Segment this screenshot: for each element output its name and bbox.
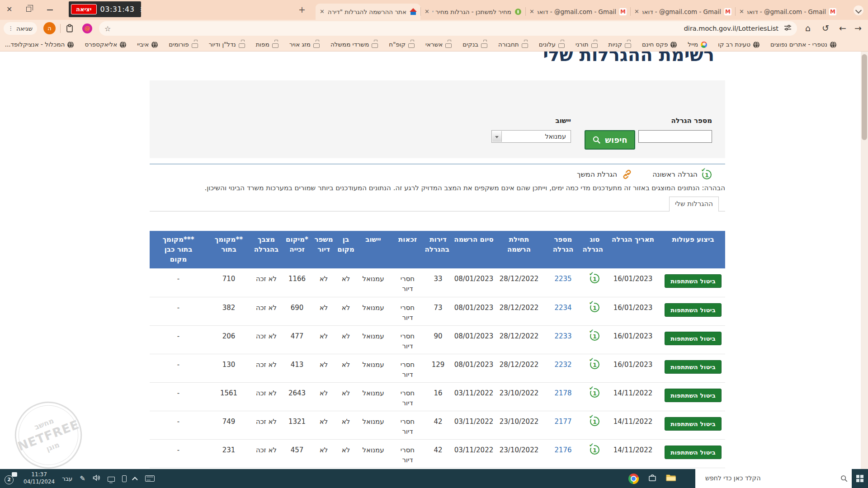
bookmark-item[interactable]: מייל xyxy=(688,41,707,48)
lottery-number-link[interactable]: 2176 xyxy=(554,446,571,454)
bookmark-item[interactable]: תחבורה xyxy=(498,41,528,48)
tab-close-icon[interactable]: ✕ xyxy=(424,9,429,14)
column-header: תחילת הרשמה xyxy=(496,231,542,268)
notification-center-icon[interactable]: 2 xyxy=(5,473,16,484)
bookmark-item[interactable]: פורומים xyxy=(169,41,198,48)
first-lottery-icon: 1 xyxy=(590,360,599,369)
browser-tab[interactable]: אתר ההרשמה להגרלות "דירה ב ✕ xyxy=(316,4,420,20)
browser-tab[interactable]: ‎@gmail.com - Gmail - דואר נכנס ✕ xyxy=(630,4,735,20)
city-select[interactable]: עמנואל xyxy=(491,130,571,143)
tab-my-lotteries[interactable]: ההגרלות שלי xyxy=(669,197,719,211)
bookmark-item[interactable]: משרדי ממשלה xyxy=(330,41,378,48)
windows-search-box[interactable]: הקלד כאן כדי לחפש xyxy=(695,469,852,488)
section-divider xyxy=(150,164,725,164)
tab-close-icon[interactable]: ✕ xyxy=(319,9,325,14)
folder-icon xyxy=(313,43,320,48)
cancel-participation-button[interactable]: ביטול השתתפות xyxy=(665,417,722,431)
cancel-participation-button[interactable]: ביטול השתתפות xyxy=(665,446,722,459)
bookmark-item[interactable]: עלונים xyxy=(539,41,565,48)
win-position-cell: 2643 xyxy=(282,382,312,411)
clipboard-extension-icon[interactable] xyxy=(65,24,74,35)
globe-icon xyxy=(830,42,836,48)
session-menu-icon[interactable]: ⋮ xyxy=(138,6,144,12)
browser-tab[interactable]: ‎@gmail.com - Gmail - דואר נכנס ✕ xyxy=(735,4,840,20)
scrollbar-thumb[interactable] xyxy=(862,54,867,140)
bookmark-item[interactable]: טעינת רב קו xyxy=(718,41,760,48)
bookmark-item[interactable]: בנקים xyxy=(462,41,487,48)
lottery-number-link[interactable]: 2232 xyxy=(554,361,571,369)
lottery-number-link[interactable]: 2233 xyxy=(554,332,571,340)
bookmark-item[interactable]: המכלול - אנציקלופד... xyxy=(5,41,74,48)
cancel-participation-button[interactable]: ביטול השתתפות xyxy=(665,332,722,345)
lotteries-table: ביצוע פעולותתאריך הגרלהסוג הגרלהמספר הגר… xyxy=(150,231,725,469)
file-explorer-icon[interactable] xyxy=(666,474,676,483)
cancel-participation-button[interactable]: ביטול השתתפות xyxy=(665,303,722,317)
error-extension-button[interactable]: ⋮ שגיאה xyxy=(4,22,37,35)
bookmark-item[interactable]: מפות xyxy=(256,41,278,48)
reload-icon[interactable]: ↺ xyxy=(822,23,829,33)
tab-close-icon[interactable]: ✕ xyxy=(529,9,534,14)
bookmark-item[interactable]: אליאקספרס xyxy=(85,41,126,48)
tab-list-chevron-icon[interactable] xyxy=(854,5,863,15)
tab-favicon xyxy=(829,8,836,15)
bookmark-item[interactable]: נדל"ן ודיור xyxy=(209,41,245,48)
legend-continuation-lottery: הגרלת המשך xyxy=(577,169,632,180)
bookmark-item[interactable]: קניות xyxy=(609,41,632,48)
window-minimize-icon[interactable] xyxy=(47,9,53,10)
network-icon[interactable] xyxy=(108,477,115,482)
window-close-icon[interactable]: ✕ xyxy=(6,5,12,14)
home-icon[interactable]: ⌂ xyxy=(805,23,811,33)
site-settings-icon[interactable] xyxy=(784,24,792,33)
bookmark-item[interactable]: אשראי xyxy=(425,41,452,48)
bookmark-label: נטפרי - אתרים נפוצים xyxy=(770,41,827,48)
bookmark-item[interactable]: תורני xyxy=(576,41,598,48)
search-button[interactable]: חיפוש xyxy=(585,130,635,150)
store-icon[interactable] xyxy=(648,473,657,484)
taskbar-apps xyxy=(628,469,676,488)
profile-avatar[interactable]: ה xyxy=(43,22,56,34)
bookmark-item[interactable]: איביי xyxy=(137,41,158,48)
bookmark-item[interactable]: קופ"ח xyxy=(389,41,415,48)
tab-close-icon[interactable]: ✕ xyxy=(739,9,744,14)
registration-end-cell: 03/11/2022 xyxy=(451,439,496,468)
page-scrollbar[interactable] xyxy=(861,52,868,469)
local-resident-cell: לא xyxy=(335,297,356,325)
language-indicator[interactable]: עבר xyxy=(62,475,72,482)
lottery-number-link[interactable]: 2178 xyxy=(554,389,571,397)
bookmark-label: פורומים xyxy=(169,41,189,48)
forward-icon[interactable]: → xyxy=(854,23,862,33)
lottery-number-link[interactable]: 2234 xyxy=(554,304,571,312)
bookmark-star-icon[interactable]: ☆ xyxy=(104,24,111,33)
volume-icon[interactable] xyxy=(93,474,100,483)
bookmark-item[interactable]: מזג אויר xyxy=(289,41,320,48)
folder-icon xyxy=(239,43,245,48)
lottery-number-input[interactable] xyxy=(638,130,712,143)
lottery-number-link[interactable]: 2235 xyxy=(554,275,571,283)
taskbar-clock[interactable]: 11:37 04/11/2024 xyxy=(24,471,55,485)
back-icon[interactable]: ← xyxy=(839,23,846,33)
tab-underline xyxy=(150,211,725,211)
browser-tab[interactable]: ‎@gmail.com - Gmail - דואר נכנס ✕ xyxy=(525,4,630,20)
cancel-participation-button[interactable]: ביטול השתתפות xyxy=(665,274,722,288)
address-bar[interactable]: ☆ dira.moch.gov.il/LotteriesList xyxy=(99,21,797,36)
at-extension-icon[interactable]: @ xyxy=(82,23,92,33)
url-text[interactable]: dira.moch.gov.il/LotteriesList xyxy=(684,25,778,32)
windows-start-button[interactable] xyxy=(856,475,863,482)
phone-icon[interactable] xyxy=(122,475,127,482)
browser-tab[interactable]: מחיר למשתכן - הגרלות מחיר ל ✕ xyxy=(420,4,525,20)
apartments-count-cell: 73 xyxy=(425,297,451,325)
registration-start-cell: 28/12/2022 xyxy=(496,325,542,354)
session-exit-button[interactable]: יציאה xyxy=(71,4,97,14)
window-restore-icon[interactable] xyxy=(26,7,31,12)
touch-keyboard-icon[interactable] xyxy=(145,475,155,482)
chevron-up-icon[interactable] xyxy=(132,477,138,483)
cancel-participation-button[interactable]: ביטול השתתפות xyxy=(665,389,722,402)
new-tab-button[interactable]: + xyxy=(298,5,306,14)
bookmark-item[interactable]: נטפרי - אתרים נפוצים xyxy=(770,41,836,48)
pen-icon[interactable]: ✎ xyxy=(80,474,85,483)
chrome-icon[interactable] xyxy=(628,474,639,484)
lottery-number-link[interactable]: 2177 xyxy=(554,418,571,426)
tab-close-icon[interactable]: ✕ xyxy=(634,9,639,14)
cancel-participation-button[interactable]: ביטול השתתפות xyxy=(665,360,722,374)
bookmark-item[interactable]: פקס חינם xyxy=(642,41,677,48)
